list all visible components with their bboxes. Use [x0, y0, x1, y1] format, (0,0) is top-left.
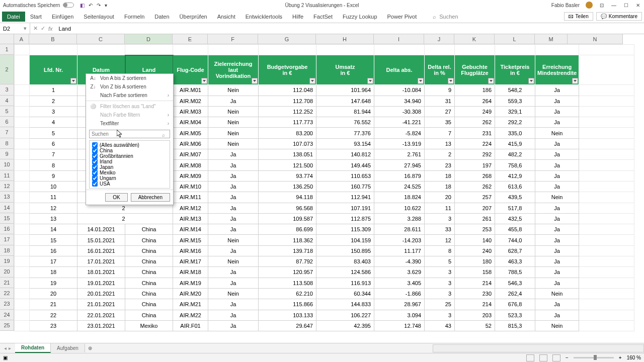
table-cell[interactable]: 6 — [30, 138, 77, 149]
cell-blank[interactable] — [15, 278, 30, 288]
select-all-corner[interactable] — [0, 34, 14, 44]
user-avatar-icon[interactable] — [586, 2, 593, 9]
table-cell[interactable]: 110.653 — [316, 170, 374, 181]
table-cell[interactable]: 257 — [455, 192, 495, 203]
col-header-N[interactable]: N — [568, 34, 623, 44]
filter-item-china[interactable]: China — [91, 148, 168, 153]
table-cell[interactable]: 7 — [30, 149, 77, 160]
col-header-J[interactable]: J — [424, 34, 454, 44]
table-cell[interactable]: 28.967 — [374, 299, 425, 310]
table-cell[interactable]: 107.191 — [316, 203, 374, 213]
ribbon-tab-fuzzy lookup[interactable]: Fuzzy Lookup — [338, 12, 382, 22]
row-header-15[interactable]: 15 — [0, 213, 14, 224]
table-cell[interactable]: Ja — [535, 299, 579, 310]
table-cell[interactable]: 240 — [455, 245, 495, 256]
table-cell[interactable]: 262 — [455, 117, 495, 128]
table-cell[interactable]: 23 — [425, 160, 455, 170]
table-cell[interactable]: 292,2 — [495, 117, 535, 128]
table-cell[interactable]: 160.775 — [316, 181, 374, 192]
table-cell[interactable]: 115.309 — [316, 224, 374, 235]
cell-blank[interactable] — [30, 45, 77, 55]
header-delta[interactable]: Delta rel.in % — [425, 55, 455, 85]
row-header-9[interactable]: 9 — [0, 149, 14, 159]
cell-blank[interactable] — [579, 213, 634, 224]
table-cell[interactable]: Ja — [208, 245, 259, 256]
table-cell[interactable]: 2 — [425, 149, 455, 160]
table-cell[interactable]: AIR.M07 — [173, 149, 208, 160]
cell-blank[interactable] — [579, 288, 634, 299]
table-cell[interactable]: 34.940 — [374, 96, 425, 106]
table-cell[interactable]: 249 — [455, 106, 495, 117]
table-cell[interactable]: 18.01.2021 — [77, 267, 125, 278]
cell-blank[interactable] — [579, 310, 634, 320]
formula-input[interactable]: Land — [56, 25, 644, 33]
table-cell[interactable] — [125, 213, 173, 224]
ribbon-tab-start[interactable]: Start — [25, 12, 47, 22]
table-cell[interactable]: AIR.M22 — [173, 310, 208, 320]
share-button[interactable]: 🖂 Teilen — [564, 12, 593, 21]
table-cell[interactable]: 43 — [425, 320, 455, 331]
filter-item-japan-checkbox[interactable] — [92, 164, 98, 170]
ribbon-tab-formeln[interactable]: Formeln — [119, 12, 149, 22]
cell-blank[interactable] — [579, 278, 634, 288]
header-flug-code[interactable]: Flug-Code — [173, 55, 208, 85]
cell-blank[interactable] — [15, 117, 30, 128]
row-header-7[interactable]: 7 — [0, 127, 14, 138]
filter-search-input[interactable] — [89, 130, 170, 138]
table-cell[interactable]: 10.622 — [374, 203, 425, 213]
table-cell[interactable]: 559,3 — [495, 96, 535, 106]
filter-button[interactable] — [528, 78, 534, 84]
table-cell[interactable]: China — [125, 256, 173, 267]
cell-blank[interactable] — [15, 55, 30, 85]
row-header-12[interactable]: 12 — [0, 181, 14, 192]
cell-blank[interactable] — [15, 149, 30, 160]
row-header-23[interactable]: 23 — [0, 299, 14, 309]
filter-item-japan[interactable]: Japan — [91, 164, 168, 170]
table-cell[interactable]: 138.051 — [259, 149, 316, 160]
table-cell[interactable]: 224 — [455, 138, 495, 149]
redo-icon[interactable]: ↷ — [97, 3, 101, 8]
table-cell[interactable]: AIR.M01 — [173, 85, 208, 96]
table-cell[interactable]: Ja — [208, 181, 259, 192]
table-cell[interactable]: 124.586 — [316, 267, 374, 278]
table-cell[interactable]: 14 — [30, 224, 77, 235]
table-cell[interactable]: 10 — [30, 181, 77, 192]
table-cell[interactable]: 788,5 — [495, 267, 535, 278]
table-cell[interactable]: 261 — [455, 213, 495, 224]
cell-blank[interactable] — [173, 45, 208, 55]
ribbon-tab-entwicklertools[interactable]: Entwicklertools — [240, 12, 287, 22]
table-cell[interactable]: 11 — [30, 192, 77, 203]
table-cell[interactable]: -14.203 — [374, 235, 425, 245]
table-cell[interactable]: 758,6 — [495, 160, 535, 170]
cell-blank[interactable] — [125, 45, 173, 55]
table-cell[interactable]: 158 — [455, 267, 495, 278]
table-cell[interactable]: Ja — [535, 267, 579, 278]
table-cell[interactable]: 207 — [455, 203, 495, 213]
col-header-F[interactable]: F — [208, 34, 258, 44]
filter-values-list[interactable]: (Alles auswählen)ChinaGroßbritannienIrla… — [89, 140, 170, 189]
table-cell[interactable]: -30.308 — [374, 106, 425, 117]
minimize-icon[interactable]: — — [611, 2, 617, 8]
table-cell[interactable]: China — [125, 267, 173, 278]
filter-item-ungarn[interactable]: Ungarn — [91, 175, 168, 181]
table-cell[interactable]: 116.913 — [316, 278, 374, 288]
table-cell[interactable]: 52 — [455, 320, 495, 331]
row-header-21[interactable]: 21 — [0, 278, 14, 288]
table-cell[interactable]: Ja — [535, 224, 579, 235]
table-cell[interactable]: 18.824 — [374, 192, 425, 203]
table-cell[interactable]: 144.833 — [316, 299, 374, 310]
cell-blank[interactable] — [15, 203, 30, 213]
cell-blank[interactable] — [579, 245, 634, 256]
table-cell[interactable]: 214 — [455, 278, 495, 288]
table-cell[interactable]: Ja — [208, 213, 259, 224]
cell-blank[interactable] — [455, 45, 495, 55]
table-cell[interactable]: 262 — [455, 181, 495, 192]
table-cell[interactable]: Ja — [535, 138, 579, 149]
filter-button[interactable] — [367, 78, 373, 84]
table-cell[interactable]: 31 — [425, 96, 455, 106]
table-cell[interactable]: 76.552 — [316, 117, 374, 128]
table-cell[interactable]: AIR.M11 — [173, 192, 208, 203]
table-cell[interactable]: AIR.M21 — [173, 299, 208, 310]
sort-descending[interactable]: Z↓Von Z bis A sortieren — [86, 82, 173, 91]
filter-item-irland[interactable]: Irland — [91, 159, 168, 164]
